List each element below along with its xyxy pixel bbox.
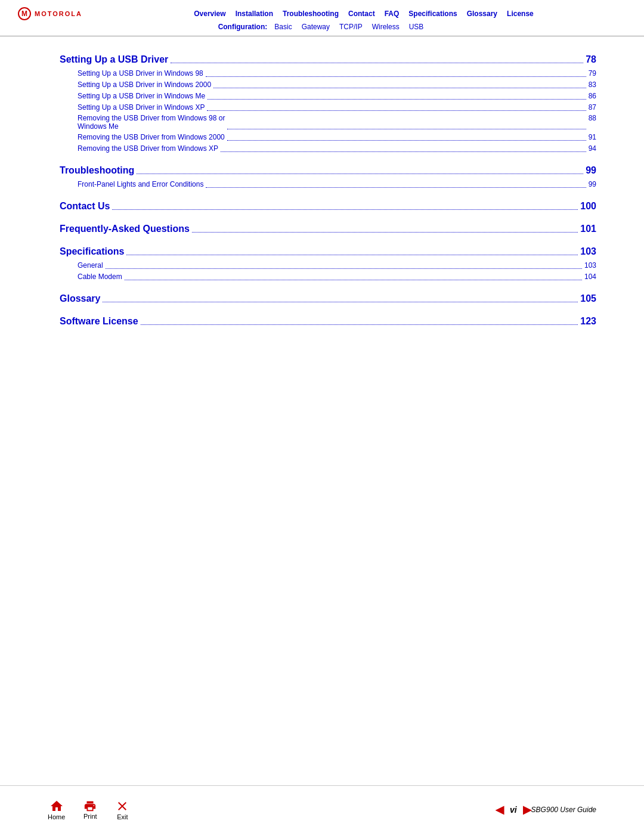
- toc-section-license: Software License 123: [60, 316, 596, 327]
- toc-sub-title-remove-win98me[interactable]: Removing the USB Driver from Windows 98 …: [78, 114, 225, 131]
- toc-sub-page-remove-win2000: 91: [589, 133, 596, 141]
- home-label: Home: [48, 813, 65, 820]
- page-number: vi: [510, 805, 517, 815]
- toc-sub-page-general: 103: [584, 261, 596, 270]
- nav-link-troubleshooting[interactable]: Troubleshooting: [283, 10, 339, 18]
- toc-major-page-faq: 101: [580, 224, 596, 234]
- toc-dots-sub-4: [207, 101, 586, 111]
- nav-links: Overview Installation Troubleshooting Co…: [101, 10, 626, 18]
- motorola-logo: M MOTOROLA: [18, 7, 82, 20]
- header-bottom: Configuration: Basic Gateway TCP/IP Wire…: [18, 23, 626, 31]
- toc-dots-license: [141, 315, 578, 325]
- print-label: Print: [83, 813, 97, 820]
- toc-sub-remove-win2000: Removing the USB Driver from Windows 200…: [60, 132, 596, 142]
- toc-major-title-troubleshooting[interactable]: Troubleshooting: [60, 165, 134, 176]
- toc-sub-title-frontpanel[interactable]: Front-Panel Lights and Error Conditions: [78, 180, 203, 188]
- toc-sub-page-cablemodem: 104: [584, 272, 596, 281]
- toc-sub-title-remove-winxp[interactable]: Removing the USB Driver from Windows XP: [78, 144, 218, 153]
- nav-link-installation[interactable]: Installation: [236, 10, 273, 18]
- home-icon: [49, 799, 64, 813]
- nav-link-glossary[interactable]: Glossary: [467, 10, 497, 18]
- exit-icon: [115, 799, 129, 813]
- header-top: M MOTOROLA Overview Installation Trouble…: [18, 7, 626, 20]
- toc-major-page-contact: 100: [580, 201, 596, 212]
- toc-sub-remove-winxp: Removing the USB Driver from Windows XP …: [60, 144, 596, 153]
- exit-button[interactable]: Exit: [115, 799, 129, 820]
- toc-sub-usb-win2000: Setting Up a USB Driver in Windows 2000 …: [60, 80, 596, 89]
- toc-section-specifications: Specifications 103: [60, 246, 596, 257]
- toc-major-title-glossary[interactable]: Glossary: [60, 293, 100, 304]
- exit-label: Exit: [117, 813, 128, 820]
- toc-sub-title-general[interactable]: General: [78, 261, 103, 270]
- toc-dots-sub-7: [206, 178, 586, 188]
- toc-dots-glossary: [103, 293, 578, 302]
- toc-sub-page-remove-win98me: 88: [589, 114, 596, 122]
- toc-sub-usb-winme: Setting Up a USB Driver in Windows Me 86: [60, 91, 596, 101]
- toc-sub-title-remove-win2000[interactable]: Removing the USB Driver from Windows 200…: [78, 133, 225, 141]
- toc-sub-frontpanel: Front-Panel Lights and Error Conditions …: [60, 179, 596, 189]
- toc-major-page-troubleshooting: 99: [586, 165, 596, 176]
- toc-major-title-contact[interactable]: Contact Us: [60, 201, 110, 212]
- config-link-basic[interactable]: Basic: [274, 23, 292, 31]
- toc-sub-title-usb-win98[interactable]: Setting Up a USB Driver in Windows 98: [78, 69, 203, 78]
- toc-dots-faq: [192, 223, 578, 233]
- print-icon: [83, 800, 97, 813]
- page-nav: ◀ vi ▶: [496, 803, 531, 816]
- footer-nav: Home Print Exit: [48, 799, 496, 820]
- config-link-usb[interactable]: USB: [409, 23, 424, 31]
- toc-section-faq: Frequently-Asked Questions 101: [60, 224, 596, 234]
- toc-dots-contact: [112, 200, 578, 210]
- toc-section-troubleshooting: Troubleshooting 99: [60, 165, 596, 176]
- nav-link-overview[interactable]: Overview: [194, 10, 225, 18]
- header: M MOTOROLA Overview Installation Trouble…: [0, 0, 644, 36]
- config-link-wireless[interactable]: Wireless: [372, 23, 400, 31]
- toc-sub-page-usb-win98: 79: [589, 69, 596, 78]
- toc-dots-troubleshooting: [137, 165, 583, 174]
- nav-link-contact[interactable]: Contact: [348, 10, 375, 18]
- home-button[interactable]: Home: [48, 799, 65, 820]
- toc-major-title-faq[interactable]: Frequently-Asked Questions: [60, 224, 190, 234]
- toc-sub-title-usb-winxp[interactable]: Setting Up a USB Driver in Windows XP: [78, 103, 205, 112]
- toc-dots-sub-6: [221, 143, 586, 152]
- config-label: Configuration:: [218, 23, 268, 31]
- toc-sub-title-cablemodem[interactable]: Cable Modem: [78, 272, 122, 281]
- toc-major-page-usb: 78: [586, 54, 596, 65]
- toc-dots-sub-3: [208, 90, 586, 100]
- nav-link-license[interactable]: License: [507, 10, 534, 18]
- print-button[interactable]: Print: [83, 800, 97, 820]
- toc-dots-remove-win98me: [227, 120, 586, 129]
- nav-link-specifications[interactable]: Specifications: [408, 10, 457, 18]
- toc-sub-title-usb-win2000[interactable]: Setting Up a USB Driver in Windows 2000: [78, 80, 211, 89]
- config-link-tcpip[interactable]: TCP/IP: [339, 23, 363, 31]
- toc-major-page-license: 123: [580, 316, 596, 327]
- toc-sub-page-frontpanel: 99: [589, 180, 596, 188]
- toc-major-title-license[interactable]: Software License: [60, 316, 138, 327]
- toc-sub-usb-winxp: Setting Up a USB Driver in Windows XP 87: [60, 103, 596, 112]
- config-link-gateway[interactable]: Gateway: [302, 23, 330, 31]
- doc-title: SBG900 User Guide: [531, 806, 596, 814]
- prev-page-button[interactable]: ◀: [496, 803, 504, 816]
- toc-major-title-usb[interactable]: Setting Up a USB Driver: [60, 54, 168, 65]
- logo-area: M MOTOROLA: [18, 7, 89, 20]
- toc-sub-page-remove-winxp: 94: [589, 144, 596, 153]
- toc-section-glossary: Glossary 105: [60, 293, 596, 304]
- toc-major-page-glossary: 105: [580, 293, 596, 304]
- toc-sub-title-usb-winme[interactable]: Setting Up a USB Driver in Windows Me: [78, 92, 205, 100]
- toc-sub-usb-win98: Setting Up a USB Driver in Windows 98 79: [60, 69, 596, 78]
- main-content: Setting Up a USB Driver 78 Setting Up a …: [0, 36, 644, 348]
- toc-section-contact: Contact Us 100: [60, 201, 596, 212]
- toc-sub-remove-win98me: Removing the USB Driver from Windows 98 …: [60, 114, 596, 131]
- toc-dots-sub-5: [227, 131, 586, 141]
- footer: Home Print Exit ◀ vi ▶ SBG900 User Guide: [0, 785, 644, 833]
- toc-sub-cablemodem: Cable Modem 104: [60, 272, 596, 281]
- toc-dots-sub-8: [106, 259, 582, 269]
- nav-link-faq[interactable]: FAQ: [385, 10, 400, 18]
- toc-major-title-specifications[interactable]: Specifications: [60, 246, 124, 257]
- toc-dots-sub-1: [206, 67, 586, 77]
- toc-dots-sub-9: [125, 271, 582, 280]
- toc-section-usb: Setting Up a USB Driver 78: [60, 54, 596, 65]
- motorola-wordmark: MOTOROLA: [35, 10, 82, 17]
- toc-dots-specifications: [126, 246, 578, 255]
- next-page-button[interactable]: ▶: [523, 803, 531, 816]
- toc-dots-sub-2: [213, 79, 586, 88]
